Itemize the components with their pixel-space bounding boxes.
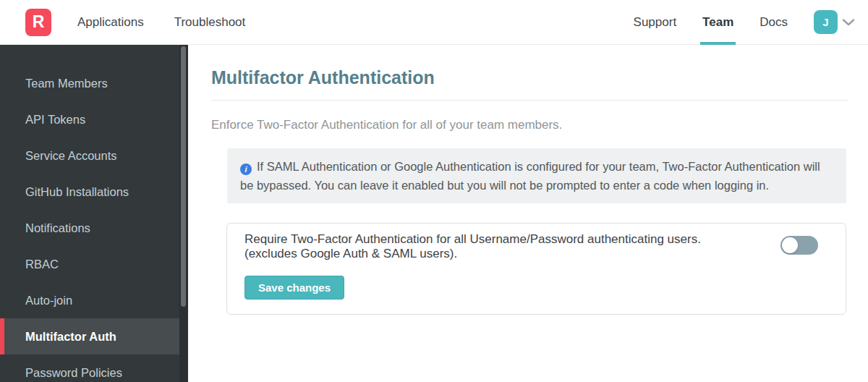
sidebar-item-team-members[interactable]: Team Members <box>0 65 179 101</box>
sidebar-scrollbar-track[interactable] <box>179 45 188 382</box>
page-title: Multifactor Authentication <box>211 67 848 88</box>
nav-right-links: Support Team Docs J <box>634 0 855 45</box>
nav-link-team-label: Team <box>702 15 733 29</box>
sidebar-item-rbac[interactable]: RBAC <box>0 246 179 282</box>
sidebar-scrollbar-thumb[interactable] <box>181 46 186 307</box>
setting-label-line2: (excludes Google Auth & SAML users). <box>244 247 759 261</box>
user-menu[interactable]: J <box>814 10 855 34</box>
main-content: Multifactor Authentication Enforce Two-F… <box>188 45 868 382</box>
sidebar-item-service-accounts[interactable]: Service Accounts <box>0 137 179 174</box>
sidebar-item-api-tokens[interactable]: API Tokens <box>0 101 179 137</box>
info-note: iIf SAML Authentication or Google Authen… <box>227 148 846 203</box>
sidebar-item-password-policies[interactable]: Password Policies <box>0 355 179 382</box>
two-factor-toggle[interactable] <box>780 236 818 255</box>
two-factor-setting-card: Require Two-Factor Authentication for al… <box>226 223 846 315</box>
nav-link-team[interactable]: Team <box>702 0 733 45</box>
avatar[interactable]: J <box>814 10 838 34</box>
top-navbar: R Applications Troubleshoot Support Team… <box>0 0 868 45</box>
toggle-knob <box>782 237 798 253</box>
sidebar-item-multifactor-auth[interactable]: Multifactor Auth <box>0 318 179 355</box>
sidebar-item-notifications[interactable]: Notifications <box>0 210 179 246</box>
nav-link-applications[interactable]: Applications <box>77 15 144 30</box>
sidebar-item-auto-join[interactable]: Auto-join <box>0 282 179 318</box>
save-changes-button[interactable]: Save changes <box>244 276 344 300</box>
setting-label-line1: Require Two-Factor Authentication for al… <box>244 232 759 247</box>
info-icon: i <box>240 164 252 175</box>
chevron-down-icon[interactable] <box>842 19 855 26</box>
title-divider <box>211 100 848 101</box>
nav-left-links: Applications Troubleshoot <box>77 15 245 30</box>
nav-link-troubleshoot[interactable]: Troubleshoot <box>174 15 246 30</box>
brand-logo[interactable]: R <box>25 9 51 36</box>
nav-link-support[interactable]: Support <box>634 0 677 45</box>
nav-link-docs[interactable]: Docs <box>760 0 788 45</box>
info-note-text: If SAML Authentication or Google Authent… <box>240 160 820 192</box>
settings-sidebar: Team Members API Tokens Service Accounts… <box>0 45 188 382</box>
active-tab-underline <box>700 42 736 45</box>
sidebar-item-github-installations[interactable]: GitHub Installations <box>0 174 179 210</box>
intro-text: Enforce Two-Factor Authentication for al… <box>211 116 848 134</box>
